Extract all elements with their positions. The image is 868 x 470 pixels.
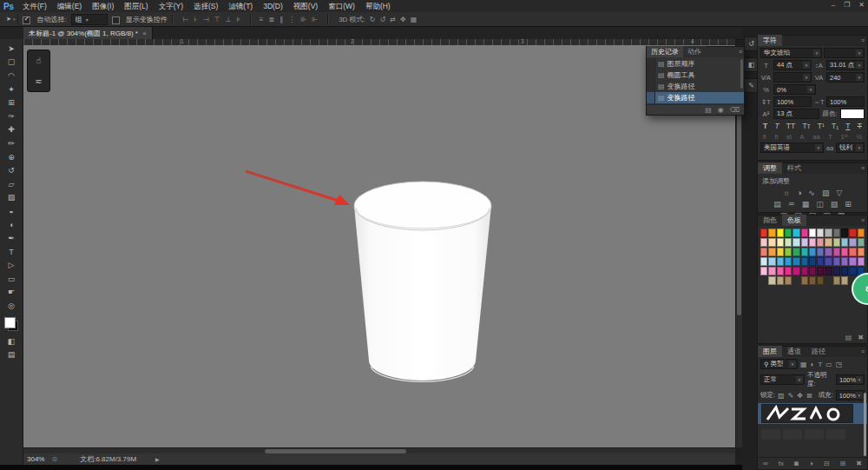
- healing-tool[interactable]: ✚: [3, 123, 19, 137]
- color-swatch[interactable]: [817, 257, 824, 266]
- baseline-field[interactable]: 13 点: [773, 109, 819, 119]
- history-footer-icon[interactable]: ▤: [705, 106, 712, 114]
- layers-footer-icon[interactable]: ◙: [794, 460, 799, 467]
- color-swatch[interactable]: [849, 248, 856, 256]
- menu-item[interactable]: 窗口(W): [323, 0, 360, 12]
- color-swatch[interactable]: [801, 248, 808, 256]
- move-tool[interactable]: ➤: [3, 42, 19, 56]
- tab-paths[interactable]: 路径: [806, 346, 831, 357]
- color-swatch[interactable]: [817, 276, 824, 285]
- color-swatch[interactable]: [801, 228, 808, 237]
- menu-item[interactable]: 3D(D): [258, 0, 288, 12]
- tab-character[interactable]: 字符: [758, 35, 782, 46]
- adjustment-icon[interactable]: ▤: [773, 200, 781, 209]
- menu-item[interactable]: 文件(F): [17, 0, 52, 12]
- lock-icon[interactable]: ✎: [788, 392, 794, 400]
- quick-select-tool[interactable]: ✦: [3, 83, 19, 96]
- history-item[interactable]: ▤变换路径: [647, 81, 744, 92]
- color-swatch[interactable]: [801, 238, 808, 247]
- mode3d-icon[interactable]: ↺: [380, 16, 386, 23]
- auto-select-dropdown[interactable]: 组 ▾: [71, 14, 108, 25]
- adjustment-icon[interactable]: ☼: [783, 189, 790, 197]
- tab-actions[interactable]: 动作: [683, 46, 706, 57]
- color-swatch[interactable]: [785, 276, 792, 285]
- menu-item[interactable]: 图像(I): [87, 0, 119, 12]
- canvas-floating-widget[interactable]: ☝ ≂: [27, 50, 50, 92]
- antialias-dropdown[interactable]: 锐利 ▾: [836, 142, 865, 153]
- align-icon[interactable]: ⊣: [203, 16, 209, 23]
- path-select-tool[interactable]: ▷: [3, 259, 19, 273]
- dodge-tool[interactable]: ◖: [3, 218, 19, 232]
- color-swatch[interactable]: [760, 228, 767, 237]
- tool-preset[interactable]: ➤ ▾: [3, 14, 18, 24]
- layer-filter-icon[interactable]: ▭: [825, 361, 832, 368]
- tab-adjustments[interactable]: 调整: [758, 162, 782, 174]
- layers-footer-icon[interactable]: ✖: [856, 460, 862, 467]
- tab-color[interactable]: 颜色: [758, 215, 782, 226]
- opentype-icon[interactable]: ſt: [774, 133, 778, 141]
- blur-tool[interactable]: ◒: [3, 204, 19, 218]
- leading-field[interactable]: 31.01 点 ▾: [826, 60, 865, 70]
- close-button[interactable]: ✕: [858, 1, 865, 9]
- layers-footer-icon[interactable]: fx: [779, 460, 784, 467]
- minimize-button[interactable]: –: [832, 1, 835, 9]
- color-swatch[interactable]: [809, 267, 816, 275]
- color-swatch[interactable]: [833, 276, 840, 285]
- lock-icon[interactable]: ✥: [797, 392, 803, 400]
- color-swatch[interactable]: [809, 228, 816, 237]
- align-icon[interactable]: ⊤: [214, 16, 220, 23]
- color-swatch[interactable]: [825, 238, 832, 247]
- color-swatch[interactable]: [768, 276, 775, 285]
- color-swatch[interactable]: [833, 248, 840, 256]
- color-swatch[interactable]: [777, 228, 784, 237]
- adjustment-icon[interactable]: ◫: [816, 200, 824, 209]
- color-swatch[interactable]: [841, 248, 848, 256]
- color-swatch[interactable]: [785, 248, 792, 256]
- layer-filter-icon[interactable]: ▦: [800, 361, 807, 368]
- kerning-field[interactable]: ▾: [773, 72, 812, 83]
- color-swatch[interactable]: [760, 267, 767, 275]
- tab-history[interactable]: 历史记录: [647, 46, 683, 57]
- history-scrollbar-thumb[interactable]: [740, 59, 743, 89]
- toolbar-mode-icon[interactable]: ◧: [3, 334, 19, 348]
- menu-item[interactable]: 滤镜(T): [223, 0, 258, 12]
- widget-hand-icon[interactable]: ☝: [36, 56, 41, 65]
- color-swatch[interactable]: [809, 257, 816, 266]
- selected-layer-row[interactable]: [758, 403, 867, 424]
- color-swatch[interactable]: [768, 238, 775, 247]
- dock-scrollbar-thumb[interactable]: [864, 393, 866, 456]
- distribute-icon[interactable]: ∥: [279, 16, 283, 23]
- color-swatch[interactable]: [768, 257, 775, 266]
- menu-item[interactable]: 编辑(E): [52, 0, 87, 12]
- foreground-color-swatch[interactable]: [4, 317, 16, 328]
- color-swatch[interactable]: [825, 228, 832, 237]
- color-swatch[interactable]: [858, 248, 865, 256]
- color-swatch[interactable]: [833, 238, 840, 247]
- eyedropper-tool[interactable]: ✑: [3, 109, 19, 123]
- panel-menu-icon[interactable]: ≡: [861, 217, 865, 223]
- color-swatch[interactable]: [849, 238, 856, 247]
- menu-item[interactable]: 帮助(H): [360, 0, 396, 12]
- history-snapshot-gutter[interactable]: [647, 70, 655, 81]
- adjustment-icon[interactable]: ◑: [797, 189, 801, 197]
- color-swatches[interactable]: [4, 317, 18, 331]
- adjustment-icon[interactable]: ♒: [788, 200, 795, 209]
- color-swatch[interactable]: [777, 257, 784, 266]
- adjustment-icon[interactable]: ▧: [831, 200, 838, 209]
- opentype-icon[interactable]: A: [800, 133, 805, 141]
- history-snapshot-gutter[interactable]: [647, 58, 655, 70]
- layer-filter-icon[interactable]: ◳: [836, 361, 843, 368]
- align-icon[interactable]: ⊧: [237, 16, 240, 23]
- history-snapshot-gutter[interactable]: [647, 92, 655, 103]
- color-swatch[interactable]: [785, 228, 792, 237]
- proportional-field[interactable]: 0% ▾: [773, 84, 816, 95]
- fill-field[interactable]: 100% ▾: [836, 390, 865, 400]
- horizontal-scale-field[interactable]: 100%: [826, 96, 865, 107]
- color-swatch[interactable]: [760, 248, 767, 256]
- auto-select-checkbox[interactable]: [23, 17, 30, 24]
- brush-tool[interactable]: ✏: [3, 136, 19, 150]
- marquee-tool[interactable]: ▢: [3, 56, 19, 70]
- history-item[interactable]: ▤图层顺序: [647, 58, 744, 70]
- color-swatch[interactable]: [849, 228, 856, 237]
- color-swatch[interactable]: [858, 238, 865, 247]
